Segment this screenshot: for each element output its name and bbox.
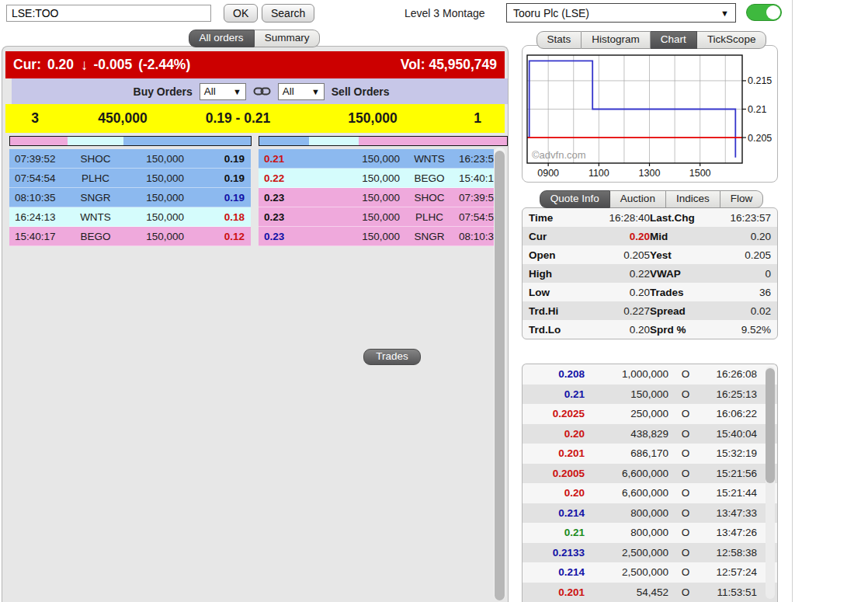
depth-segment-pink xyxy=(10,137,68,145)
trade-volume: 2,500,000 xyxy=(585,547,668,559)
quote-label: Open xyxy=(529,249,585,261)
symbol-input[interactable] xyxy=(6,5,211,22)
trade-time: 16:06:22 xyxy=(703,408,757,419)
tab-tickscope[interactable]: TickScope xyxy=(697,31,767,49)
depth-segment-cyan xyxy=(309,137,359,145)
trade-price: 0.201 xyxy=(523,586,585,598)
quote-info-row: Low0.20Trades36 xyxy=(523,283,777,301)
order-price: 0.21 xyxy=(259,153,314,165)
chain-link-icon[interactable] xyxy=(253,85,271,97)
buy-order-row: 07:54:54PLHC150,0000.19 xyxy=(9,169,251,188)
trade-price: 0.20 xyxy=(523,428,585,440)
order-price: 0.12 xyxy=(184,231,251,242)
summary-bar: 3 450,000 0.19 - 0.21 150,000 1 xyxy=(5,104,505,133)
trades-scrollbar[interactable] xyxy=(766,367,775,599)
quote-info-row: Cur0.20Mid0.20 xyxy=(523,227,777,245)
sell-orders-list: 0.21150,000WNTS16:23:560.22150,000BEGO15… xyxy=(259,149,494,246)
tab-auction[interactable]: Auction xyxy=(610,190,666,208)
montage-scrollbar[interactable] xyxy=(494,148,505,600)
participant-code: SHOC xyxy=(70,153,121,165)
main-tabset: All ordersSummary xyxy=(0,30,509,47)
trade-type: O xyxy=(668,468,703,479)
trades-title: Trades xyxy=(363,349,421,365)
ok-button[interactable]: OK xyxy=(224,4,258,23)
quote-info-row: Trd.Lo0.20Sprd %9.52% xyxy=(523,320,777,339)
stream-toggle[interactable] xyxy=(746,4,782,21)
quote-label: Time xyxy=(529,212,585,224)
sell-filter-select[interactable]: All ▼ xyxy=(278,83,325,100)
trade-type: O xyxy=(668,428,703,440)
participant-code: WNTS xyxy=(70,211,121,223)
quote-value: 0.205 xyxy=(724,249,771,261)
chevron-down-icon: ▼ xyxy=(720,9,729,18)
trade-volume: 686,170 xyxy=(585,447,668,459)
x-axis-tick-label: 1500 xyxy=(689,168,711,179)
buy-order-row: 07:39:52SHOC150,0000.19 xyxy=(9,149,251,169)
trade-volume: 800,000 xyxy=(585,527,668,538)
quote-label: Cur xyxy=(529,231,585,242)
sell-order-row: 0.23150,000SNGR08:10:35 xyxy=(259,227,494,246)
participant-code: SNGR xyxy=(70,192,121,204)
tab-indices[interactable]: Indices xyxy=(666,190,720,208)
chart-panel: 0.2050.210.2150900110013001500©advfn.com xyxy=(522,45,778,183)
instrument-select[interactable]: Tooru Plc (LSE) ▼ xyxy=(506,3,736,23)
quote-value: 0.22 xyxy=(585,268,650,280)
trade-volume: 150,000 xyxy=(585,388,668,400)
tab-flow[interactable]: Flow xyxy=(720,190,764,208)
scrollbar-thumb[interactable] xyxy=(766,368,775,483)
chevron-down-icon: ▼ xyxy=(311,87,320,96)
tab-stats[interactable]: Stats xyxy=(536,31,582,49)
participant-code: SNGR xyxy=(400,231,459,242)
tab-histogram[interactable]: Histogram xyxy=(582,31,651,49)
trade-time: 13:47:26 xyxy=(703,527,757,538)
quote-label: Sprd % xyxy=(650,324,724,336)
trade-price: 0.21 xyxy=(523,527,585,538)
level3-montage-screen: OK Search Level 3 Montage Tooru Plc (LSE… xyxy=(0,0,868,602)
chevron-down-icon: ▼ xyxy=(233,87,241,96)
sell-order-row: 0.22150,000BEGO15:40:17 xyxy=(259,169,494,188)
quote-info-panel: Time16:28:40Last.Chg16:23:57Cur0.20Mid0.… xyxy=(522,207,778,339)
trade-volume: 1,000,000 xyxy=(585,368,668,380)
x-axis-tick-label: 1100 xyxy=(589,168,609,179)
trade-row: 0.20438,829O15:40:04 xyxy=(523,424,777,444)
trade-time: 15:21:44 xyxy=(703,487,757,499)
trade-type: O xyxy=(668,368,703,380)
x-axis-tick-label: 1300 xyxy=(639,168,661,179)
tab-quote-info[interactable]: Quote Info xyxy=(540,190,610,208)
x-axis-tick-label: 0900 xyxy=(537,168,559,179)
order-size: 150,000 xyxy=(314,172,400,184)
trade-volume: 250,000 xyxy=(585,408,668,419)
sell-order-row: 0.23150,000SHOC07:39:52 xyxy=(259,188,494,207)
trade-time: 13:47:33 xyxy=(703,507,757,519)
order-size: 150,000 xyxy=(314,211,400,223)
buy-depth-bar xyxy=(9,136,252,146)
price-banner: Cur: 0.20 ↓ -0.005 (-2.44%) Vol: 45,950,… xyxy=(5,51,505,78)
tab-all-orders[interactable]: All orders xyxy=(189,30,255,47)
price-change-pct: (-2.44%) xyxy=(138,57,190,73)
sell-volume: 150,000 xyxy=(295,110,450,127)
trade-type: O xyxy=(668,586,703,598)
order-price: 0.19 xyxy=(184,172,251,184)
buy-filter-select[interactable]: All ▼ xyxy=(200,83,246,100)
order-size: 150,000 xyxy=(121,153,184,165)
order-size: 150,000 xyxy=(121,211,184,223)
instrument-select-value: Tooru Plc (LSE) xyxy=(513,7,720,19)
trade-price: 0.20 xyxy=(523,487,585,499)
quote-tabset: Quote InfoAuctionIndicesFlow xyxy=(519,190,784,208)
quote-value: 0.20 xyxy=(585,324,650,336)
sell-depth-bar xyxy=(259,136,508,146)
scrollbar-thumb[interactable] xyxy=(495,151,505,600)
tab-summary[interactable]: Summary xyxy=(255,30,321,47)
quote-info-row: Open0.205Yest0.205 xyxy=(523,245,777,264)
trades-header: Trades xyxy=(0,349,784,365)
search-button[interactable]: Search xyxy=(262,4,314,23)
quote-value: 0.20 xyxy=(585,287,650,298)
y-axis-tick-label: 0.205 xyxy=(748,133,772,144)
trade-row: 0.21800,000O13:47:26 xyxy=(523,523,777,543)
tab-chart[interactable]: Chart xyxy=(651,31,697,49)
order-price: 0.23 xyxy=(259,211,314,223)
quote-value: 36 xyxy=(724,287,771,298)
buy-order-row: 08:10:35SNGR150,0000.19 xyxy=(9,188,251,207)
quote-label: Trades xyxy=(650,287,724,298)
quote-info-row: High0.22VWAP0 xyxy=(523,264,777,283)
